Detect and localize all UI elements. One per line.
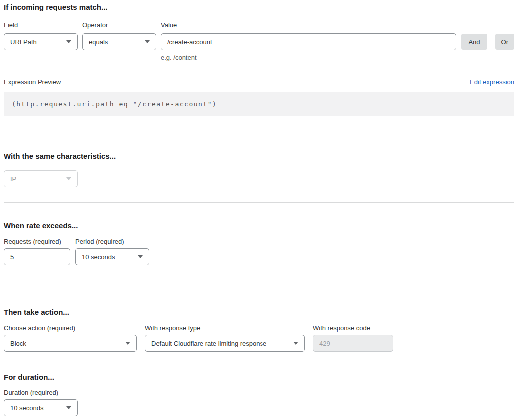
choose-action-label: Choose action (required): [4, 324, 137, 332]
match-section-heading: If incoming requests match...: [4, 3, 514, 12]
or-button[interactable]: Or: [495, 34, 514, 50]
response-type-label: With response type: [145, 324, 305, 332]
response-code-group: With response code: [313, 324, 393, 352]
choose-action-select[interactable]: Block: [4, 335, 137, 352]
duration-section-heading: For duration...: [4, 373, 514, 382]
characteristics-select-value: IP: [10, 175, 16, 183]
action-fields-row: Choose action (required) Block With resp…: [4, 324, 514, 352]
characteristics-section-heading: With the same characteristics...: [4, 152, 514, 161]
field-group: Field URI Path: [4, 21, 78, 50]
period-select[interactable]: 10 seconds: [75, 248, 149, 265]
duration-select-value: 10 seconds: [10, 404, 44, 412]
chevron-down-icon: [138, 255, 143, 258]
response-type-group: With response type Default Cloudflare ra…: [145, 324, 305, 352]
response-code-label: With response code: [313, 324, 393, 332]
requests-group: Requests (required): [4, 238, 70, 265]
duration-select[interactable]: 10 seconds: [4, 399, 78, 416]
edit-expression-link[interactable]: Edit expression: [470, 78, 514, 86]
value-group: Value e.g. /content: [161, 21, 456, 62]
response-type-select-value: Default Cloudflare rate limiting respons…: [151, 340, 266, 347]
operator-select-value: equals: [89, 38, 108, 46]
rate-section-heading: When rate exceeds...: [4, 221, 514, 230]
response-type-select[interactable]: Default Cloudflare rate limiting respons…: [145, 335, 305, 352]
requests-input[interactable]: [4, 248, 70, 265]
duration-group: Duration (required) 10 seconds: [4, 389, 78, 416]
field-select-value: URI Path: [10, 38, 37, 46]
value-label: Value: [161, 21, 456, 29]
duration-label: Duration (required): [4, 389, 78, 397]
operator-select[interactable]: equals: [82, 33, 156, 50]
rate-limiting-rule-form: If incoming requests match... Field URI …: [0, 0, 523, 416]
period-group: Period (required) 10 seconds: [75, 238, 149, 265]
and-button[interactable]: And: [461, 34, 487, 50]
chevron-down-icon: [66, 177, 71, 180]
chevron-down-icon: [145, 40, 150, 43]
field-select[interactable]: URI Path: [4, 33, 78, 50]
expression-preview-row: Expression Preview Edit expression: [4, 78, 514, 86]
response-code-input: [313, 335, 393, 352]
requests-label: Requests (required): [4, 238, 70, 246]
period-label: Period (required): [75, 238, 149, 246]
expression-preview-label: Expression Preview: [4, 78, 61, 86]
action-section-heading: Then take action...: [4, 308, 514, 317]
section-divider: [4, 202, 514, 203]
choose-action-group: Choose action (required) Block: [4, 324, 137, 352]
operator-group: Operator equals: [82, 21, 156, 50]
field-label: Field: [4, 21, 78, 29]
expression-preview-code: (http.request.uri.path eq "/create-accou…: [4, 92, 514, 116]
chevron-down-icon: [66, 406, 71, 409]
characteristics-select: IP: [4, 170, 78, 187]
rate-fields-row: Requests (required) Period (required) 10…: [4, 238, 514, 265]
chevron-down-icon: [125, 342, 130, 345]
chevron-down-icon: [66, 40, 71, 43]
choose-action-select-value: Block: [10, 340, 26, 347]
section-divider: [4, 134, 514, 134]
operator-label: Operator: [82, 21, 156, 29]
match-fields-row: Field URI Path Operator equals Value e.g…: [4, 21, 514, 62]
section-divider: [4, 287, 514, 287]
period-select-value: 10 seconds: [82, 253, 115, 261]
value-hint: e.g. /content: [161, 54, 456, 62]
chevron-down-icon: [293, 342, 298, 345]
value-input[interactable]: [161, 33, 456, 50]
